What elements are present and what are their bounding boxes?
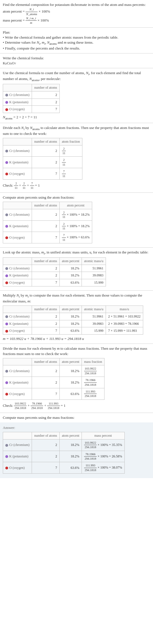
chemical-formula-section: Write the chemical formula: K₂Cr₂O₇ bbox=[0, 53, 153, 68]
mass-percent-fraction: N_i m_im bbox=[26, 16, 36, 25]
element-dot-icon bbox=[5, 213, 8, 216]
table-row: K (potassium)218.2%78.1966294.1818 × 100… bbox=[3, 451, 125, 462]
table-row: K (potassium)218.2%78.1966294.1818 bbox=[3, 377, 105, 388]
table-header-row: number of atoms bbox=[3, 84, 60, 91]
table-header-row: number of atomsatom percentmass fraction bbox=[3, 358, 105, 365]
count-atoms-section: Use the chemical formula to count the nu… bbox=[0, 68, 153, 123]
atom-percent-formula: atom percent = N_iN_atoms × 100% bbox=[3, 7, 150, 16]
atom-percent-fraction: N_iN_atoms bbox=[26, 7, 38, 16]
table-row: Cr (chromium)218.2%51.9961 bbox=[3, 265, 106, 272]
table-row: O (oxygen)763.6%111.993294.1818 bbox=[3, 388, 105, 400]
atomic-mass-section: Look up the atomic mass, mi, in unified … bbox=[0, 248, 153, 291]
chemical-formula: K₂Cr₂O₇ bbox=[3, 61, 150, 66]
plan-step-3: • Finally, compute the percents and chec… bbox=[3, 46, 150, 51]
col-number-of-atoms: number of atoms bbox=[32, 84, 59, 91]
table-row: K (potassium)2211 bbox=[3, 157, 82, 168]
element-dot-icon bbox=[5, 455, 8, 458]
count-table: number of atoms Cr (chromium)2 K (potass… bbox=[3, 84, 60, 113]
mass-pct-heading: Compute mass percents using the mass fra… bbox=[3, 415, 150, 420]
atom-pct-heading: Compute atom percents using the atom fra… bbox=[3, 195, 150, 200]
atom-fractions-section: Divide each Ni by Natoms to calculate at… bbox=[0, 123, 153, 193]
mass-percent-rhs: × 100% bbox=[38, 18, 49, 22]
table-row: Cr (chromium)2211 × 100% = 18.2% bbox=[3, 209, 92, 220]
table-row: Cr (chromium)2 bbox=[3, 91, 60, 98]
mass-frac-table: number of atomsatom percentmass fraction… bbox=[3, 358, 105, 400]
table-row: O (oxygen)7 bbox=[3, 106, 60, 113]
table-row: O (oxygen)7711 × 100% = 63.6% bbox=[3, 232, 92, 243]
element-dot-icon bbox=[5, 101, 8, 104]
table-header-row: number of atomsatom percentmass percent bbox=[3, 432, 125, 439]
atom-percent-rhs: × 100% bbox=[39, 9, 50, 13]
table-row: K (potassium)218.2%39.0983 bbox=[3, 272, 106, 279]
table-row: Cr (chromium)2211 bbox=[3, 145, 82, 157]
element-dot-icon bbox=[5, 108, 8, 111]
element-dot-icon bbox=[5, 467, 8, 469]
plan-heading: Plan: bbox=[3, 30, 150, 35]
element-dot-icon bbox=[5, 444, 8, 447]
element-dot-icon bbox=[5, 393, 8, 396]
element-dot-icon bbox=[5, 150, 8, 152]
count-text: Use the chemical formula to count the nu… bbox=[3, 70, 150, 82]
atom-frac-text: Divide each Ni by Natoms to calculate at… bbox=[3, 125, 150, 136]
mass-calc-table: number of atomsatom percentatomic mass/u… bbox=[3, 305, 143, 335]
element-dot-icon bbox=[5, 381, 8, 384]
intro-title: Find the elemental composition for potas… bbox=[3, 2, 150, 7]
mass-frac-check: Check: 103.9922294.1818 + 78.1966294.181… bbox=[3, 401, 150, 410]
element-dot-icon bbox=[5, 161, 8, 164]
atom-pct-table: number of atomsatom percent Cr (chromium… bbox=[3, 202, 92, 243]
mass-percent-heading-section: Compute mass percents using the mass fra… bbox=[0, 413, 153, 422]
table-header-row: number of atomsatom percent bbox=[3, 202, 92, 209]
table-row: O (oxygen)7711 bbox=[3, 168, 82, 180]
element-dot-icon bbox=[5, 370, 8, 373]
element-dot-icon bbox=[5, 323, 8, 325]
atom-frac-table: number of atomsatom fraction Cr (chromiu… bbox=[3, 138, 82, 180]
atomic-mass-text: Look up the atomic mass, mi, in unified … bbox=[3, 250, 150, 256]
plan-step-1: • Write the chemical formula and gather … bbox=[3, 35, 150, 40]
natoms-total: Natoms = 2 + 2 + 7 = 11 bbox=[3, 115, 150, 121]
table-row: K (potassium)2 bbox=[3, 98, 60, 106]
atom-frac-check: Check: 211 + 211 + 711 = 1 bbox=[3, 181, 150, 190]
molecular-mass-total: m = 103.9922 u + 78.1966 u + 111.993 u =… bbox=[3, 336, 150, 341]
table-row: K (potassium)2211 × 100% = 18.2% bbox=[3, 220, 92, 232]
element-dot-icon bbox=[5, 236, 8, 239]
element-dot-icon bbox=[5, 267, 8, 270]
answer-table: number of atomsatom percentmass percent … bbox=[3, 432, 125, 474]
mass-calc-section: Multiply Ni by mi to compute the mass fo… bbox=[0, 291, 153, 344]
plan-step-2: • Determine values for Ni, mi, Natoms an… bbox=[3, 40, 150, 46]
table-row: Cr (chromium)218.2%103.9922294.1818 bbox=[3, 365, 105, 377]
element-dot-icon bbox=[5, 225, 8, 228]
atomic-mass-table: number of atomsatom percentatomic mass/u… bbox=[3, 257, 106, 286]
element-dot-icon bbox=[5, 94, 8, 97]
atom-percent-lhs: atom percent = bbox=[3, 9, 25, 13]
table-row: Cr (chromium)218.2%103.9922294.1818 × 10… bbox=[3, 439, 125, 451]
answer-label: Answer: bbox=[3, 425, 150, 430]
table-header-row: number of atomsatom percentatomic mass/u bbox=[3, 257, 106, 265]
table-header-row: number of atomsatom fraction bbox=[3, 138, 82, 145]
table-row: O (oxygen)763.6%15.9997 × 15.999 = 111.9… bbox=[3, 327, 143, 335]
element-dot-icon bbox=[5, 274, 8, 277]
mass-calc-text: Multiply Ni by mi to compute the mass fo… bbox=[3, 293, 150, 304]
mass-fractions-section: Divide the mass for each element by m to… bbox=[0, 344, 153, 413]
mass-frac-text: Divide the mass for each element by m to… bbox=[3, 346, 150, 356]
table-row: Cr (chromium)218.2%51.99612 × 51.9961 = … bbox=[3, 313, 143, 320]
answer-box: Answer: number of atomsatom percentmass … bbox=[0, 422, 153, 478]
table-row: O (oxygen)763.6%111.993294.1818 × 100% =… bbox=[3, 462, 125, 474]
element-dot-icon bbox=[5, 173, 8, 175]
atom-percent-section: Compute atom percents using the atom fra… bbox=[0, 193, 153, 248]
plan-section: Plan: • Write the chemical formula and g… bbox=[0, 28, 153, 53]
element-dot-icon bbox=[5, 330, 8, 333]
mass-percent-formula: mass percent = N_i m_im × 100% bbox=[3, 16, 150, 25]
mass-percent-lhs: mass percent = bbox=[3, 18, 25, 22]
formula-heading: Write the chemical formula: bbox=[3, 56, 150, 61]
intro-section: Find the elemental composition for potas… bbox=[0, 0, 153, 28]
element-dot-icon bbox=[5, 281, 8, 284]
element-dot-icon bbox=[5, 315, 8, 318]
table-row: K (potassium)218.2%39.09832 × 39.0983 = … bbox=[3, 320, 143, 327]
table-row: O (oxygen)763.6%15.999 bbox=[3, 279, 106, 286]
table-header-row: number of atomsatom percentatomic mass/u… bbox=[3, 305, 143, 313]
